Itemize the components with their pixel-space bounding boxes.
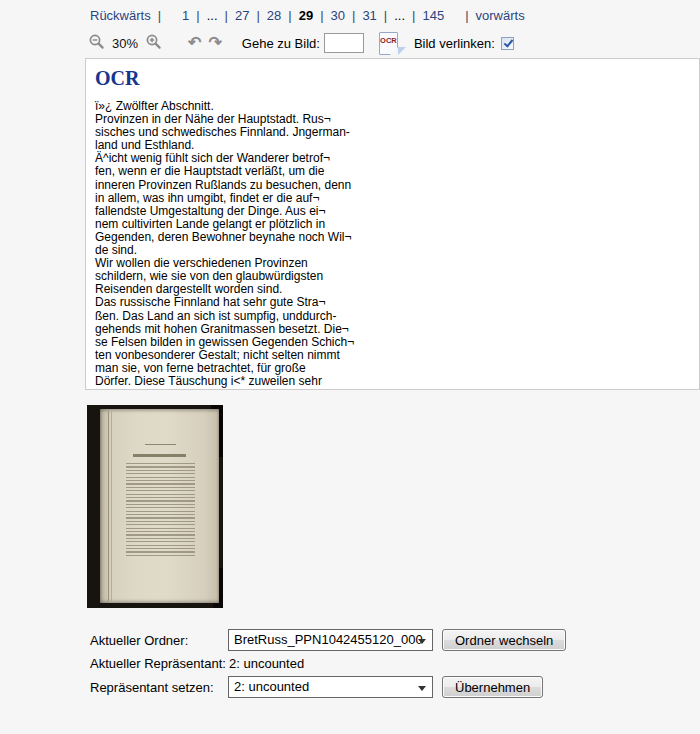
link-image-label: Bild verlinken: <box>414 36 495 51</box>
page-heading-lines <box>133 454 185 457</box>
separator: | <box>465 8 468 23</box>
scanned-book-page <box>100 409 219 603</box>
page-link-31[interactable]: 31 <box>362 8 376 23</box>
ocr-button[interactable]: OCR <box>379 32 398 55</box>
separator: | <box>352 8 355 23</box>
zoom-in-icon <box>145 33 162 53</box>
redo-arrow-icon: ↷ <box>208 35 221 51</box>
zoom-out-button[interactable] <box>88 33 105 53</box>
page-link-30[interactable]: 30 <box>331 8 345 23</box>
page-ellipsis: ... <box>207 8 218 23</box>
current-representative-label: Aktueller Repräsentant: <box>90 656 228 671</box>
previous-page-link[interactable]: Rückwärts <box>90 8 151 23</box>
set-representative-select[interactable]: 2: uncounted <box>228 676 433 698</box>
separator: | <box>256 8 259 23</box>
current-folder-select[interactable]: BretRuss_PPN1042455120_000 <box>228 629 433 651</box>
current-folder-label: Aktueller Ordner: <box>90 633 228 648</box>
zoom-in-button[interactable] <box>145 33 162 53</box>
separator: | <box>158 8 161 23</box>
current-page-number: 29 <box>299 8 313 23</box>
representative-form: Aktueller Ordner: BretRuss_PPN1042455120… <box>90 629 566 698</box>
current-representative-value: 2: uncounted <box>228 656 435 671</box>
page-link-28[interactable]: 28 <box>267 8 281 23</box>
page-link-1[interactable]: 1 <box>182 8 189 23</box>
ocr-panel-title: OCR <box>95 67 689 90</box>
next-page-link[interactable]: vorwärts <box>476 8 525 23</box>
page-ellipsis: ... <box>394 8 405 23</box>
goto-image-label: Gehe zu Bild: <box>242 36 320 51</box>
apply-representative-button[interactable]: Übernehmen <box>442 676 543 698</box>
page-fold-icon <box>398 47 406 55</box>
ocr-icon: OCR <box>380 36 397 45</box>
link-image-checkbox[interactable] <box>501 37 514 50</box>
separator: | <box>320 8 323 23</box>
undo-arrow-icon: ↶ <box>188 35 201 51</box>
separator: | <box>384 8 387 23</box>
image-toolbar: 30% ↶ ↷ Gehe zu Bild: OCR Bild verlinke <box>88 31 514 55</box>
page-link-145[interactable]: 145 <box>422 8 444 23</box>
page-edge <box>108 411 109 601</box>
digitization-page: Rückwärts | 1 | ... | 27 | 28 | 29 | 30 … <box>0 0 700 734</box>
pagination-bar: Rückwärts | 1 | ... | 27 | 28 | 29 | 30 … <box>90 8 525 23</box>
ocr-text-content: ï»¿ Zwölfter Abschnitt. Provinzen in der… <box>95 100 689 388</box>
page-text-lines <box>126 463 195 556</box>
separator: | <box>196 8 199 23</box>
separator: | <box>288 8 291 23</box>
separator: | <box>412 8 415 23</box>
page-fold-icon <box>390 47 398 55</box>
zoom-level: 30% <box>112 36 138 51</box>
rotate-left-button[interactable]: ↶ <box>188 35 201 51</box>
page-link-27[interactable]: 27 <box>235 8 249 23</box>
page-scan-thumbnail[interactable] <box>87 405 223 608</box>
zoom-out-icon <box>88 33 105 53</box>
page-header-rule <box>145 444 176 445</box>
separator: | <box>225 8 228 23</box>
goto-image-input[interactable] <box>324 33 364 53</box>
rotate-right-button[interactable]: ↷ <box>208 35 221 51</box>
page-number-list: 1 | ... | 27 | 28 | 29 | 30 | 31 | ... |… <box>182 8 444 23</box>
change-folder-button[interactable]: Ordner wechseln <box>442 629 566 651</box>
ocr-result-panel: OCR ï»¿ Zwölfter Abschnitt. Provinzen in… <box>85 58 700 390</box>
set-representative-label: Repräsentant setzen: <box>90 680 228 695</box>
